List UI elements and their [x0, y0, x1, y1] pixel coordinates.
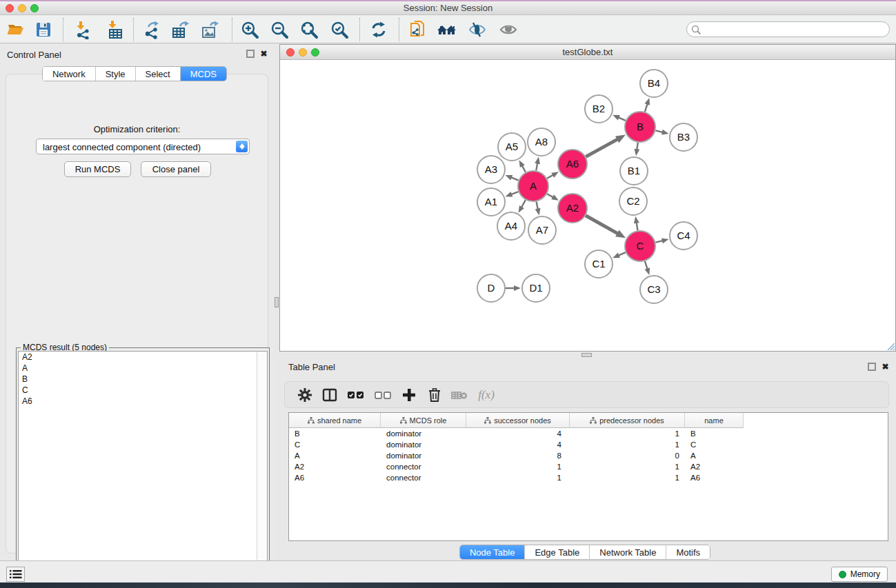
close-panel-button[interactable]: Close panel: [141, 161, 211, 177]
mcds-result-list[interactable]: A2ABCA6: [18, 351, 268, 580]
network-graph-canvas[interactable]: AA6A2BCA1A3A4A5A7A8B1B2B3B4C1C2C3C4DD1: [280, 60, 895, 351]
table-cell: A6: [685, 472, 744, 483]
tab-edge-table[interactable]: Edge Table: [525, 545, 590, 559]
table-cell: connector: [381, 461, 466, 472]
table-cell: connector: [381, 472, 466, 483]
search-input[interactable]: [704, 23, 884, 36]
memory-status-icon: [839, 571, 846, 578]
mcds-result-item[interactable]: C: [19, 385, 267, 396]
import-table-icon[interactable]: [104, 19, 126, 41]
graph-node-label: A2: [566, 202, 579, 214]
edge-A2-C[interactable]: [586, 216, 618, 234]
column-header-shared-name[interactable]: shared name: [289, 413, 381, 428]
close-table-panel-icon[interactable]: ✖: [881, 363, 890, 372]
select-all-checked-icon[interactable]: [346, 385, 366, 405]
delete-column-icon[interactable]: [424, 385, 445, 405]
attribute-tree-icon: [484, 417, 491, 424]
graph-node-label: A3: [485, 163, 497, 175]
table-row[interactable]: A2connector11A2: [289, 461, 888, 472]
edge-arrowhead-icon: [634, 149, 639, 156]
close-panel-icon[interactable]: ✖: [259, 50, 268, 59]
scrollbar-track[interactable]: [257, 352, 267, 579]
save-session-icon[interactable]: [32, 19, 54, 41]
run-mcds-button[interactable]: Run MCDS: [64, 161, 131, 177]
zoom-in-icon[interactable]: [239, 19, 261, 41]
network-window-titlebar[interactable]: testGlobe.txt: [280, 45, 895, 60]
list-icon: [10, 569, 22, 580]
float-table-panel-icon[interactable]: [868, 363, 877, 372]
import-network-icon[interactable]: [72, 19, 94, 41]
home-views-icon[interactable]: [436, 19, 458, 41]
export-image-icon[interactable]: [199, 19, 221, 41]
open-session-icon[interactable]: [4, 19, 26, 41]
table-row[interactable]: Adominator80A: [289, 450, 888, 461]
table-cell: 1: [570, 439, 685, 450]
column-header-predecessor-nodes[interactable]: predecessor nodes: [570, 413, 685, 428]
tab-motifs[interactable]: Motifs: [666, 545, 710, 559]
zoom-selected-icon[interactable]: [328, 19, 350, 41]
tab-network-table[interactable]: Network Table: [590, 545, 666, 559]
table-row[interactable]: A6connector11A6: [289, 472, 888, 483]
mcds-result-item[interactable]: A6: [19, 396, 267, 407]
zoom-out-icon[interactable]: [268, 19, 290, 41]
graph-node-label: B3: [677, 131, 690, 143]
show-details-icon[interactable]: [497, 19, 519, 41]
export-table-icon[interactable]: [169, 19, 191, 41]
control-panel: Control Panel ✖ NetworkStyleSelectMCDS O…: [0, 43, 274, 560]
settings-gear-icon[interactable]: [295, 385, 315, 405]
tab-mcds[interactable]: MCDS: [181, 67, 226, 81]
table-cell: A: [685, 450, 744, 461]
column-header-MCDS-role[interactable]: MCDS role: [381, 413, 466, 428]
network-from-file-icon[interactable]: [407, 19, 429, 41]
mcds-result-item[interactable]: A2: [19, 352, 267, 363]
hide-details-icon[interactable]: [466, 19, 488, 41]
edge-arrowhead-icon: [535, 208, 541, 216]
column-header-name[interactable]: name: [685, 413, 744, 428]
table-cell: dominator: [381, 450, 466, 461]
table-cell: C: [685, 439, 744, 450]
edge-arrowhead-icon: [645, 98, 650, 105]
criterion-select[interactable]: largest connected component (directed): [36, 139, 250, 154]
toolbar-divider: [63, 18, 63, 41]
tab-style[interactable]: Style: [96, 67, 136, 81]
tab-network[interactable]: Network: [43, 67, 96, 81]
mcds-result-item[interactable]: A: [19, 363, 267, 374]
graph-node-label: A: [530, 180, 537, 192]
edge-A6-B[interactable]: [586, 139, 618, 156]
toolbar-divider: [232, 18, 232, 41]
graph-node-label: A4: [505, 220, 517, 232]
horizontal-splitter-handle[interactable]: [581, 353, 592, 357]
resize-grip-icon[interactable]: [886, 342, 895, 350]
mcds-result-item[interactable]: B: [19, 374, 267, 385]
table-row[interactable]: Bdominator41B: [289, 428, 888, 439]
add-column-icon[interactable]: [399, 385, 419, 405]
edge-arrowhead-icon: [613, 253, 620, 258]
edge-arrowhead-icon: [514, 285, 521, 291]
export-network-icon[interactable]: [140, 19, 162, 41]
float-panel-icon[interactable]: [246, 50, 255, 59]
table-cell: 0: [570, 450, 685, 461]
graph-node-label: A1: [485, 196, 497, 207]
memory-label: Memory: [850, 569, 880, 579]
table-row[interactable]: Cdominator41C: [289, 439, 888, 450]
table-cell: A6: [289, 472, 381, 483]
task-history-button[interactable]: [6, 567, 25, 582]
deselect-all-icon[interactable]: [373, 385, 394, 405]
vertical-splitter-handle[interactable]: [275, 297, 279, 307]
node-table[interactable]: shared nameMCDS rolesuccessor nodesprede…: [288, 412, 888, 541]
refresh-icon[interactable]: [368, 19, 390, 41]
status-bar: Memory: [0, 560, 896, 582]
table-cell: 1: [570, 472, 685, 483]
tab-node-table[interactable]: Node Table: [460, 545, 526, 559]
zoom-fit-icon[interactable]: [298, 19, 320, 41]
memory-button[interactable]: Memory: [831, 567, 888, 582]
attribute-tree-icon: [308, 417, 315, 424]
graph-node-label: C: [637, 240, 644, 252]
graph-node-label: D: [488, 282, 495, 294]
column-header-successor-nodes[interactable]: successor nodes: [466, 413, 570, 428]
main-titlebar: Session: New Session: [0, 1, 896, 15]
tab-select[interactable]: Select: [136, 67, 181, 81]
edge-arrowhead-icon: [506, 192, 513, 196]
column-view-icon[interactable]: [319, 385, 340, 405]
graph-node-label: C4: [677, 230, 690, 241]
